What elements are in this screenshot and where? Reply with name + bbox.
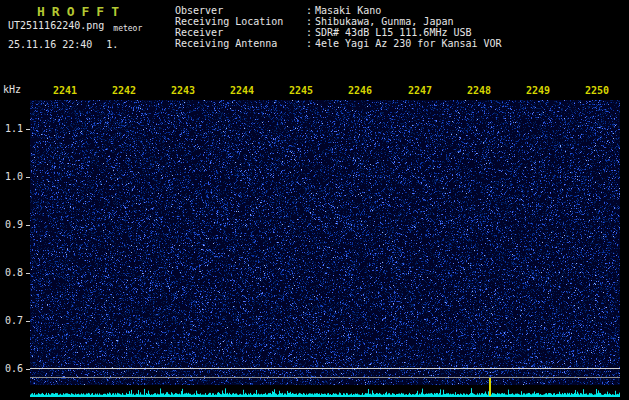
logo-letter: T: [111, 4, 119, 19]
info-separator: :: [306, 5, 315, 16]
x-tick-label: 2246: [344, 85, 376, 96]
logo-letter: R: [52, 4, 60, 19]
y-tick-label: 0.8: [0, 267, 23, 278]
y-tick-label: 1.1: [0, 123, 23, 134]
info-value: Shibukawa, Gunma, Japan: [315, 16, 453, 27]
info-value: Masaki Kano: [315, 5, 381, 16]
logo-letter: O: [67, 4, 75, 19]
x-tick-label: 2245: [285, 85, 317, 96]
spectrogram-canvas: [30, 100, 620, 385]
x-tick-label: 2250: [581, 85, 613, 96]
carrier-line-upper: [30, 368, 620, 369]
info-label: Receiving Location: [175, 16, 306, 27]
logo-letter: F: [96, 4, 104, 19]
y-tick-label: 0.7: [0, 315, 23, 326]
x-tick-label: 2248: [463, 85, 495, 96]
logo-letter: H: [37, 4, 45, 19]
page-number: 1.: [106, 39, 118, 50]
station-info: Observer:Masaki Kano Receiving Location:…: [175, 5, 502, 49]
y-tick-label: 0.6: [0, 363, 23, 374]
hrofft-screen: HROFFT UT2511162240.pngmeteor 25.11.16 2…: [0, 0, 629, 400]
info-row-observer: Observer:Masaki Kano: [175, 5, 502, 16]
y-tick-label: 1.0: [0, 171, 23, 182]
x-tick-label: 2241: [49, 85, 81, 96]
info-label: Observer: [175, 5, 306, 16]
x-tick-label: 2249: [522, 85, 554, 96]
date-line: 25.11.16 22:401.: [8, 39, 118, 50]
y-axis-unit: kHz: [3, 84, 21, 95]
signal-level-canvas: [30, 385, 620, 400]
capture-filename: UT2511162240.png: [8, 20, 104, 31]
x-tick-label: 2247: [404, 85, 436, 96]
info-row-location: Receiving Location:Shibukawa, Gunma, Jap…: [175, 16, 502, 27]
time-marker: [489, 378, 491, 396]
info-separator: :: [306, 27, 315, 38]
info-row-antenna: Receiving Antenna:4ele Yagi Az 230 for K…: [175, 38, 502, 49]
info-value: 4ele Yagi Az 230 for Kansai VOR: [315, 38, 502, 49]
timestamp: 25.11.16 22:40: [8, 39, 92, 50]
info-value: SDR# 43dB L15 111.6MHz USB: [315, 27, 472, 38]
x-tick-label: 2244: [226, 85, 258, 96]
file-line: UT2511162240.pngmeteor: [8, 20, 142, 31]
x-tick-label: 2243: [167, 85, 199, 96]
logo-letter: F: [81, 4, 89, 19]
y-tick-label: 0.9: [0, 219, 23, 230]
info-row-receiver: Receiver:SDR# 43dB L15 111.6MHz USB: [175, 27, 502, 38]
info-separator: :: [306, 16, 315, 27]
app-logo: HROFFT: [37, 4, 126, 19]
info-separator: :: [306, 38, 315, 49]
info-label: Receiver: [175, 27, 306, 38]
info-label: Receiving Antenna: [175, 38, 306, 49]
x-tick-label: 2242: [108, 85, 140, 96]
observation-mode: meteor: [113, 24, 142, 33]
carrier-line-lower: [30, 377, 620, 378]
